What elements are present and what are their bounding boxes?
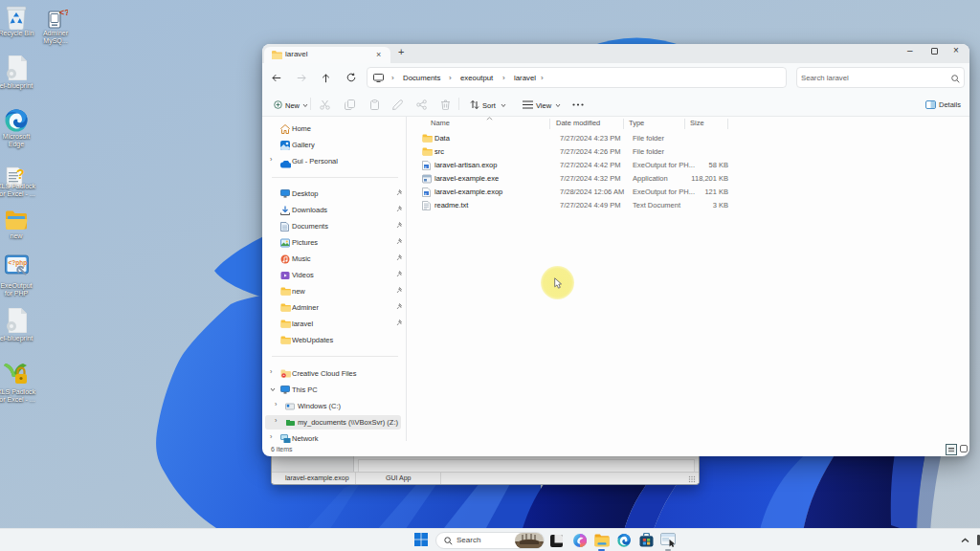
svg-text:<?: <? bbox=[59, 8, 68, 17]
svg-text:?: ? bbox=[16, 166, 25, 182]
svg-text:<?php: <?php bbox=[9, 259, 28, 267]
